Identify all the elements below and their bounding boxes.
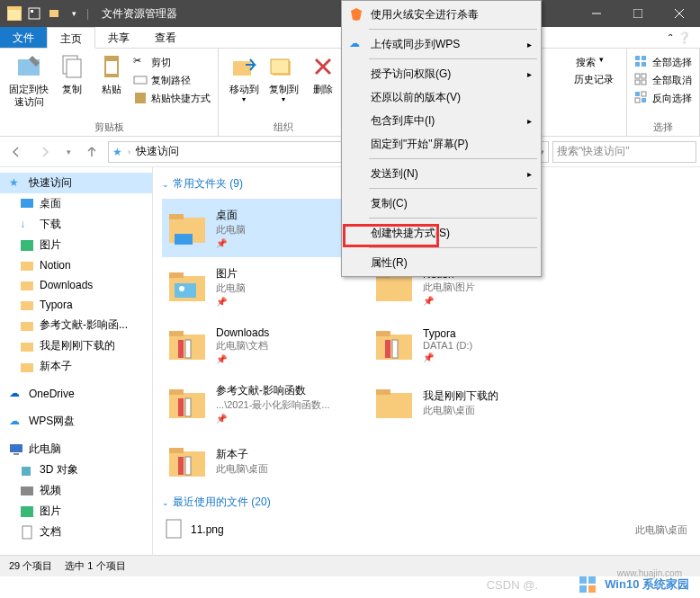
- svg-rect-48: [169, 214, 184, 219]
- sidebar-item-onedrive[interactable]: ☁OneDrive: [0, 384, 152, 404]
- ctx-include[interactable]: 包含到库中(I)▸: [344, 109, 539, 132]
- sidebar-item-wps[interactable]: ☁WPS网盘: [0, 411, 152, 432]
- tab-share[interactable]: 共享: [95, 27, 142, 48]
- watermark: CSDN @. Win10 系统家园: [0, 575, 700, 594]
- svg-rect-61: [185, 340, 191, 358]
- svg-rect-23: [635, 62, 640, 67]
- folder-item[interactable]: TyporaDATA1 (D:)📌: [369, 316, 576, 374]
- qat-dd-icon[interactable]: ▾: [67, 6, 81, 21]
- pasteshortcut-button[interactable]: 粘贴快捷方式: [131, 90, 212, 106]
- folder-item[interactable]: 参考文献-影响函数...\2021-最小化影响函数...📌: [162, 374, 369, 433]
- chevron-down-icon: ⌄: [162, 180, 169, 189]
- svg-rect-75: [185, 457, 191, 475]
- copypath-button[interactable]: 复制路径: [131, 72, 212, 88]
- ctx-copy[interactable]: 复制(C): [344, 192, 539, 215]
- sidebar-item-quick[interactable]: ★快速访问: [0, 173, 152, 193]
- search-input[interactable]: 搜索"快速访问": [552, 141, 696, 163]
- delete-button[interactable]: 删除: [303, 50, 343, 97]
- pc-icon: [9, 442, 23, 457]
- up-button[interactable]: [79, 141, 104, 163]
- ctx-restore[interactable]: 还原以前的版本(V): [344, 85, 539, 109]
- svg-rect-73: [169, 448, 184, 453]
- tab-home[interactable]: 主页: [47, 27, 95, 49]
- star-icon: ★: [112, 146, 122, 158]
- copy-button[interactable]: 复制: [52, 50, 92, 97]
- svg-rect-53: [169, 272, 184, 278]
- folder-icon: [20, 258, 34, 272]
- svg-rect-18: [271, 59, 289, 74]
- ctx-sendto[interactable]: 发送到(N)▸: [344, 162, 539, 185]
- pin-button[interactable]: 固定到快 速访问: [5, 50, 52, 110]
- sidebar-item-typora[interactable]: Typora: [0, 295, 152, 315]
- ctx-shortcut[interactable]: 创建快捷方式(S): [344, 221, 539, 245]
- sidebar-item-pic2[interactable]: 图片: [0, 501, 152, 522]
- ctx-pinstart[interactable]: 固定到"开始"屏幕(P): [344, 132, 539, 156]
- sidebar-item-pictures[interactable]: 图片: [0, 235, 152, 255]
- sidebar-item-video[interactable]: 视频: [0, 480, 152, 501]
- sidebar-item-ref[interactable]: 参考文献-影响函...: [0, 315, 152, 335]
- tab-file[interactable]: 文件: [0, 27, 47, 48]
- sidebar-item-doc[interactable]: 文档: [0, 522, 152, 542]
- folder-item[interactable]: 我是刚刚下载的此电脑\桌面: [369, 374, 576, 433]
- cut-icon: ✂: [133, 55, 148, 69]
- sidebar-item-dlfolder[interactable]: Downloads: [0, 275, 152, 295]
- svg-rect-41: [10, 444, 22, 452]
- selectall-button[interactable]: 全部选择: [633, 54, 694, 70]
- selected-count: 选中 1 个项目: [65, 559, 125, 573]
- chevron-down-icon: ▾: [599, 55, 614, 69]
- sidebar-item-notion[interactable]: Notion: [0, 255, 152, 275]
- recent-item[interactable]: 11.png此电脑\桌面: [162, 517, 691, 542]
- sidebar: ★快速访问 桌面 ↓下载 图片 Notion Downloads Typora …: [0, 167, 153, 555]
- selectnone-button[interactable]: 全部取消: [633, 72, 694, 88]
- sidebar-item-desktop[interactable]: 桌面: [0, 193, 152, 214]
- sidebar-item-3d[interactable]: 3D 对象: [0, 460, 152, 480]
- ctx-huorong[interactable]: 使用火绒安全进行杀毒: [344, 3, 539, 26]
- svg-rect-30: [642, 92, 646, 96]
- search-dd-button[interactable]: 搜索▾: [574, 54, 615, 70]
- sidebar-item-thispc[interactable]: 此电脑: [0, 439, 152, 460]
- folder-icon: [20, 298, 34, 312]
- svg-rect-44: [21, 486, 33, 495]
- folder-icon: [372, 324, 416, 367]
- sidebar-item-downloads[interactable]: ↓下载: [0, 214, 152, 235]
- picture-icon: [20, 238, 34, 253]
- cut-button[interactable]: ✂剪切: [131, 54, 212, 70]
- folder-item[interactable]: 新本子此电脑\桌面: [162, 433, 369, 491]
- item-count: 29 个项目: [9, 559, 52, 573]
- folder-item[interactable]: 桌面此电脑📌: [162, 199, 369, 257]
- ctx-access[interactable]: 授予访问权限(G)▸: [344, 62, 539, 85]
- ribbon-help[interactable]: ⌃❔: [658, 27, 700, 48]
- paste-button[interactable]: 粘贴: [92, 50, 131, 97]
- copyto-button[interactable]: 复制到▾: [264, 50, 303, 105]
- minimize-button[interactable]: [576, 0, 617, 27]
- cloud-icon: ☁: [9, 387, 23, 401]
- breadcrumb[interactable]: 快速访问: [136, 144, 179, 159]
- history-button[interactable]: 历史记录: [572, 72, 615, 87]
- qat-new-icon[interactable]: [47, 6, 61, 21]
- paste-icon: [97, 52, 126, 81]
- sidebar-item-justdl[interactable]: 我是刚刚下载的: [0, 335, 152, 356]
- recent-button[interactable]: ▾: [61, 141, 76, 163]
- ctx-properties[interactable]: 属性(R): [344, 251, 539, 274]
- close-button[interactable]: [659, 0, 700, 27]
- forward-button[interactable]: [32, 141, 58, 163]
- back-button[interactable]: [4, 141, 29, 163]
- maximize-button[interactable]: [617, 0, 659, 27]
- sidebar-item-newnote[interactable]: 新本子: [0, 356, 152, 377]
- svg-rect-32: [642, 98, 646, 103]
- svg-rect-39: [21, 343, 33, 352]
- folder-item[interactable]: Downloads此电脑\文档📌: [162, 316, 369, 374]
- svg-rect-2: [29, 8, 40, 19]
- recent-header[interactable]: ⌄最近使用的文件 (20): [162, 495, 691, 510]
- folder-item[interactable]: 图片此电脑📌: [162, 257, 369, 316]
- chevron-right-icon: ▸: [527, 169, 532, 179]
- moveto-button[interactable]: 移动到▾: [224, 50, 264, 105]
- path-icon: [133, 73, 148, 87]
- svg-rect-34: [21, 240, 33, 251]
- invert-button[interactable]: 反向选择: [633, 90, 694, 106]
- tab-view[interactable]: 查看: [142, 27, 189, 48]
- ctx-wps[interactable]: ☁上传或同步到WPS▸: [344, 32, 539, 56]
- svg-rect-26: [642, 74, 646, 78]
- cloud-icon: ☁: [349, 37, 363, 51]
- qat-prop-icon[interactable]: [27, 6, 41, 21]
